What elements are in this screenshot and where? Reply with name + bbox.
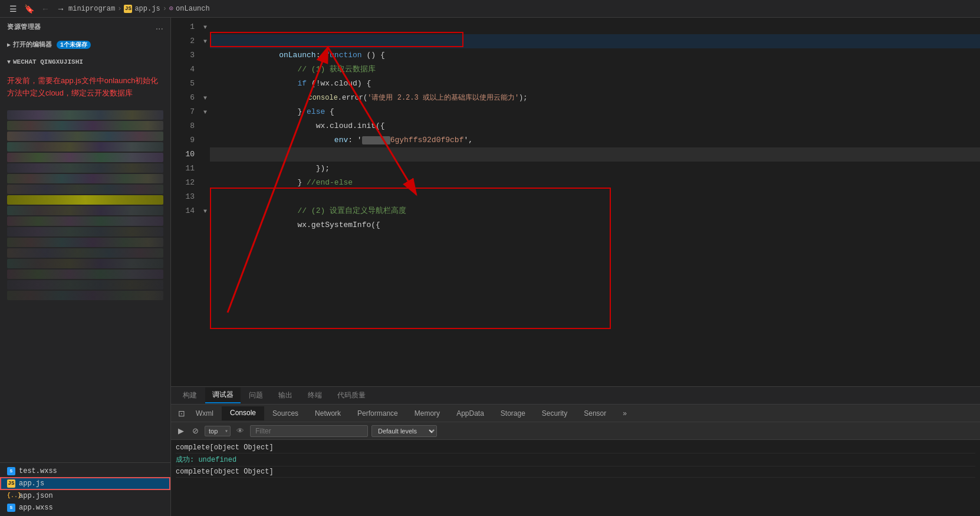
open-editors-arrow: ▶ <box>7 41 11 48</box>
menu-icon[interactable]: ☰ <box>6 3 21 15</box>
context-select[interactable]: top <box>205 426 231 436</box>
line-num-6: 6 <box>171 91 195 105</box>
line-num-8: 8 <box>171 119 195 133</box>
code-line-9: traceUser: true, <box>210 133 980 147</box>
tree-row-yellow <box>7 195 163 205</box>
fold-12 <box>200 176 210 190</box>
code-line-5: console.error('请使用 2.2.3 或以上的基础库以使用云能力')… <box>210 77 980 91</box>
devtab-sources[interactable]: Sources <box>264 407 307 420</box>
tree-row-3 <box>7 132 163 141</box>
line-num-5: 5 <box>171 77 195 91</box>
devtab-storage[interactable]: Storage <box>492 407 534 420</box>
fold-14[interactable]: ▼ <box>200 204 210 218</box>
editor-area: 1 2 3 4 5 6 7 8 9 10 11 12 13 14 ▼ ▼ <box>171 18 980 516</box>
fold-6[interactable]: ▼ <box>200 91 210 105</box>
tree-row-1 <box>7 110 163 120</box>
tree-row-9 <box>7 206 163 215</box>
line-num-14: 14 <box>171 204 195 218</box>
code-line-3: // (1) 获取云数据库 <box>210 48 980 63</box>
devtab-sensor[interactable]: Sensor <box>575 407 614 420</box>
code-line-10: }); <box>210 147 980 162</box>
tree-row-12 <box>7 238 163 247</box>
blurred-tree <box>0 104 170 306</box>
code-editor[interactable]: 1 2 3 4 5 6 7 8 9 10 11 12 13 14 ▼ ▼ <box>171 18 980 386</box>
code-line-1: App({ <box>210 20 980 34</box>
tree-row-13 <box>7 248 163 258</box>
tree-row-7 <box>7 174 163 183</box>
fold-10 <box>200 147 210 162</box>
run-btn[interactable]: ▶ <box>176 425 186 436</box>
devtab-appdata[interactable]: AppData <box>448 407 492 420</box>
console-line-2: 成功: undefined <box>176 453 975 466</box>
devtab-performance[interactable]: Performance <box>349 407 406 420</box>
line-num-13: 13 <box>171 190 195 204</box>
file-item-appwxss[interactable]: S app.wxss <box>0 502 170 514</box>
devtab-wxml[interactable]: Wxml <box>188 407 222 420</box>
line-num-11: 11 <box>171 162 195 176</box>
tab-terminal[interactable]: 终端 <box>301 388 329 403</box>
bookmark-icon[interactable]: 🔖 <box>21 3 38 15</box>
tab-issues[interactable]: 问题 <box>242 388 270 403</box>
unsaved-badge: 1个未保存 <box>57 41 91 49</box>
code-line-6: } else { <box>210 91 980 105</box>
tab-output[interactable]: 输出 <box>271 388 300 403</box>
devtools-toolbar: ▶ ⊘ top ▾ 👁 Default levels ▾ <box>171 422 980 440</box>
back-btn[interactable]: ← <box>38 3 53 15</box>
tree-row-17 <box>7 291 163 300</box>
file-name-appjson: app.json <box>19 492 53 500</box>
fold-2[interactable]: ▼ <box>200 34 210 48</box>
token-getsys: wx.getSystemInfo({ <box>297 221 380 229</box>
tab-code-quality[interactable]: 代码质量 <box>330 388 373 403</box>
js-file-icon: JS <box>7 479 15 488</box>
fold-1[interactable]: ▼ <box>200 20 210 34</box>
sidebar-bottom-files: S test.wxss JS app.js {..} app.json S ap… <box>0 462 170 516</box>
fold-11 <box>200 162 210 176</box>
sidebar-more-btn[interactable]: ... <box>156 21 163 32</box>
tree-row-14 <box>7 259 163 268</box>
eye-btn[interactable]: 👁 <box>234 425 246 436</box>
fold-arrows: ▼ ▼ ▼ ▼ ▼ <box>200 18 210 386</box>
top-bar: ☰ 🔖 ← → miniprogram › JS app.js › ⊙ onLa… <box>0 0 980 18</box>
line-num-9: 9 <box>171 133 195 147</box>
line-num-4: 4 <box>171 63 195 77</box>
line-num-1: 1 <box>171 20 195 34</box>
panel-tabs: 构建 调试器 问题 输出 终端 代码质量 <box>171 387 980 405</box>
devtools-inspect-btn[interactable]: ⊡ <box>176 407 188 419</box>
code-line-11: } //end-else <box>210 162 980 176</box>
tab-debugger[interactable]: 调试器 <box>205 387 241 403</box>
line-numbers: 1 2 3 4 5 6 7 8 9 10 11 12 13 14 <box>171 18 200 386</box>
devtab-console[interactable]: Console <box>222 406 264 420</box>
file-tree-area <box>0 104 170 462</box>
devtab-network[interactable]: Network <box>307 407 349 420</box>
file-item-testwxss[interactable]: S test.wxss <box>0 465 170 477</box>
devtab-more[interactable]: » <box>614 407 635 420</box>
tree-row-5 <box>7 153 163 162</box>
code-line-4: if (!wx.cloud) { <box>210 63 980 77</box>
appwxss-icon: S <box>7 504 15 512</box>
file-item-appjson[interactable]: {..} app.json <box>0 490 170 502</box>
fold-7[interactable]: ▼ <box>200 105 210 119</box>
console-line-3: complete[object Object] <box>176 466 975 478</box>
project-name: ▼ WECHAT QINGXUJISHI <box>0 56 170 68</box>
code-line-13: // (2) 设置自定义导航栏高度 <box>210 190 980 204</box>
main-layout: 资源管理器 ... ▶ 打开的编辑器 1个未保存 ▼ WECHAT QINGXU… <box>0 18 980 516</box>
code-content: App({ onLaunch: function () { // (1) 获取云… <box>210 18 980 386</box>
line-num-3: 3 <box>171 48 195 63</box>
code-line-7: wx.cloud.init({ <box>210 105 980 119</box>
devtab-memory[interactable]: Memory <box>406 407 448 420</box>
code-line-12 <box>210 176 980 190</box>
tree-row-4 <box>7 142 163 152</box>
filter-input[interactable] <box>250 425 368 437</box>
breadcrumb: miniprogram › JS app.js › ⊙ onLaunch <box>68 4 210 13</box>
forward-btn[interactable]: → <box>53 3 68 15</box>
js-icon: JS <box>124 5 132 13</box>
tab-build[interactable]: 构建 <box>176 388 204 403</box>
levels-select[interactable]: Default levels <box>371 425 437 437</box>
json-file-icon: {..} <box>7 492 15 500</box>
breadcrumb-miniprogram: miniprogram <box>68 5 115 13</box>
devtab-security[interactable]: Security <box>534 407 575 420</box>
wxss-icon: S <box>7 467 15 475</box>
console-line-1: complete[object Object] <box>176 442 975 453</box>
file-item-appjs[interactable]: JS app.js <box>0 477 170 490</box>
stop-btn[interactable]: ⊘ <box>190 425 201 436</box>
